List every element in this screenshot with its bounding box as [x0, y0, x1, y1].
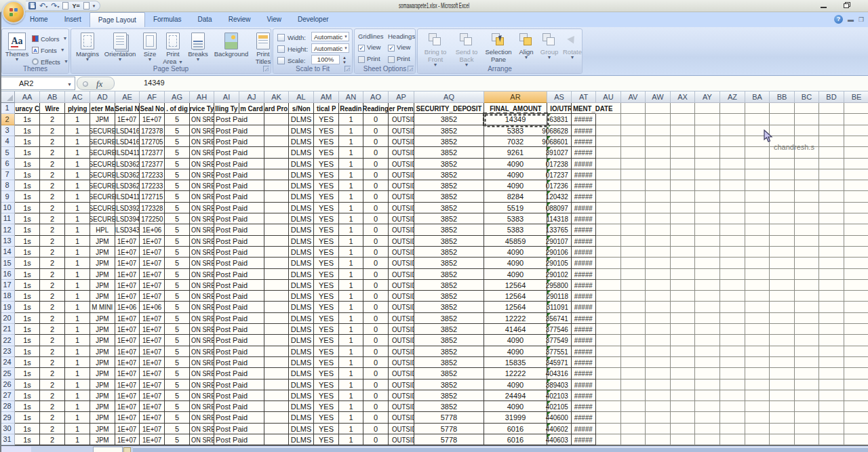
- cell-AR19[interactable]: 12564: [484, 302, 547, 313]
- cell-AP25[interactable]: OUTSIDE: [389, 368, 414, 379]
- cell-AF5[interactable]: 172377: [140, 147, 165, 159]
- cell-AF20[interactable]: 1E+07: [140, 313, 165, 324]
- cell-AS18[interactable]: 290118: [547, 291, 572, 302]
- cell-AL7[interactable]: DLMS: [289, 169, 314, 180]
- cell-AR16[interactable]: 4090: [484, 269, 547, 280]
- cell-AI9[interactable]: Post Paid: [214, 191, 239, 203]
- tab-review[interactable]: Review: [220, 12, 259, 27]
- cell-AH3[interactable]: ON SRE: [190, 125, 214, 136]
- cell-AO15[interactable]: 0: [363, 258, 389, 269]
- cell-AD24[interactable]: JPM: [90, 357, 115, 368]
- cell-AW6[interactable]: [646, 159, 671, 169]
- cell-AX27[interactable]: [671, 390, 695, 401]
- cell-AE15[interactable]: 1E+07: [115, 258, 140, 269]
- cell-BD30[interactable]: [819, 424, 844, 434]
- cell-AN9[interactable]: 1: [339, 191, 363, 203]
- cell-AK17[interactable]: [264, 280, 289, 291]
- gridlines-view-checkbox[interactable]: ✓: [358, 45, 365, 52]
- cell-AC6[interactable]: 1: [65, 159, 90, 169]
- row-header-29[interactable]: 29: [0, 412, 15, 424]
- cell-AA15[interactable]: 1s: [15, 258, 40, 269]
- cell-AY4[interactable]: [695, 136, 720, 147]
- cell-AW30[interactable]: [646, 424, 671, 434]
- cell-AG20[interactable]: 5: [165, 313, 190, 324]
- cell-AV14[interactable]: [621, 247, 646, 258]
- cell-AN19[interactable]: 1: [339, 302, 363, 313]
- cell-AK14[interactable]: [264, 247, 289, 258]
- cell-AQ13[interactable]: 3852: [414, 236, 484, 247]
- cell-AS1[interactable]: IO/UTR: [547, 103, 572, 114]
- cell-AB9[interactable]: 2: [40, 191, 65, 203]
- cell-AD16[interactable]: JPM: [90, 269, 115, 280]
- col-header-AJ[interactable]: AJ: [239, 91, 264, 103]
- cell-AD22[interactable]: JPM: [90, 335, 115, 346]
- cell-AR10[interactable]: 5519: [484, 203, 547, 213]
- tab-home[interactable]: Home: [22, 12, 56, 27]
- col-header-AL[interactable]: AL: [289, 91, 314, 103]
- cell-BA15[interactable]: [745, 258, 770, 269]
- row-header-5[interactable]: 5: [0, 147, 15, 159]
- cell-AF21[interactable]: 1E+07: [140, 324, 165, 335]
- cell-BD14[interactable]: [819, 247, 844, 258]
- cell-AZ7[interactable]: [720, 169, 745, 180]
- cell-AP11[interactable]: OUTSIDE: [389, 213, 414, 224]
- cell-AM19[interactable]: YES: [314, 302, 339, 313]
- col-header-AP[interactable]: AP: [389, 91, 414, 103]
- cell-AP4[interactable]: OUTSIDE: [389, 136, 414, 147]
- cell-AI15[interactable]: Post Paid: [214, 258, 239, 269]
- cell-AO19[interactable]: 0: [363, 302, 389, 313]
- cell-AJ19[interactable]: [239, 302, 264, 313]
- cell-AK2[interactable]: [264, 114, 289, 125]
- cell-AN31[interactable]: 1: [339, 434, 363, 445]
- cell-AK22[interactable]: [264, 335, 289, 346]
- cell-AS16[interactable]: 290102: [547, 269, 572, 280]
- cell-BB17[interactable]: [770, 280, 795, 291]
- cell-AH20[interactable]: ON SRE: [190, 313, 214, 324]
- cell-BD22[interactable]: [819, 335, 844, 346]
- cell-BC2[interactable]: [795, 114, 819, 125]
- row-header-4[interactable]: 4: [0, 136, 15, 147]
- cell-AE30[interactable]: 1E+07: [115, 424, 140, 434]
- col-header-AS[interactable]: AS: [547, 91, 572, 103]
- scale-value[interactable]: 100%: [311, 55, 340, 64]
- cell-AT4[interactable]: #####: [572, 136, 596, 147]
- cell-AI13[interactable]: Post Paid: [214, 236, 239, 247]
- print-titles-button[interactable]: PrintTitles: [252, 31, 275, 65]
- cell-AA10[interactable]: 1s: [15, 203, 40, 213]
- cell-AM22[interactable]: YES: [314, 335, 339, 346]
- cell-AK31[interactable]: [264, 434, 289, 445]
- cell-BC21[interactable]: [795, 324, 819, 335]
- cell-AZ10[interactable]: [720, 203, 745, 213]
- cell-AE26[interactable]: 1E+07: [115, 379, 140, 390]
- cell-AD4[interactable]: SECURE: [90, 136, 115, 147]
- tab-insert[interactable]: Insert: [56, 12, 90, 27]
- cell-AO8[interactable]: 0: [363, 180, 389, 191]
- cell-AN17[interactable]: 1: [339, 280, 363, 291]
- themes-fonts-button[interactable]: AFonts▼: [32, 45, 68, 56]
- cell-AZ9[interactable]: [720, 191, 745, 203]
- cell-AO14[interactable]: 0: [363, 247, 389, 258]
- row-header-12[interactable]: 12: [0, 224, 15, 236]
- cell-AE16[interactable]: 1E+07: [115, 269, 140, 280]
- cell-BC3[interactable]: [795, 125, 819, 136]
- cell-AR30[interactable]: 6016: [484, 424, 547, 434]
- col-header-AU[interactable]: AU: [596, 91, 621, 103]
- tab-developer[interactable]: Developer: [290, 12, 337, 27]
- cell-AT11[interactable]: #####: [572, 213, 596, 224]
- cell-AY28[interactable]: [695, 401, 720, 412]
- cell-AA28[interactable]: 1s: [15, 401, 40, 412]
- cell-AQ29[interactable]: 5778: [414, 412, 484, 424]
- cell-AT20[interactable]: #####: [572, 313, 596, 324]
- cell-AR11[interactable]: 5383: [484, 213, 547, 224]
- cell-AB26[interactable]: 2: [40, 379, 65, 390]
- cell-AC25[interactable]: 1: [65, 368, 90, 379]
- cell-AH2[interactable]: ON SRE: [190, 114, 214, 125]
- cell-AO13[interactable]: 0: [363, 236, 389, 247]
- cell-AQ14[interactable]: 3852: [414, 247, 484, 258]
- col-header-AA[interactable]: AA: [15, 91, 40, 103]
- cell-AA24[interactable]: 1s: [15, 357, 40, 368]
- cell-AD12[interactable]: HPL: [90, 224, 115, 236]
- cell-AV25[interactable]: [621, 368, 646, 379]
- cell-AY6[interactable]: [695, 159, 720, 169]
- cell-AS29[interactable]: 440600: [547, 412, 572, 424]
